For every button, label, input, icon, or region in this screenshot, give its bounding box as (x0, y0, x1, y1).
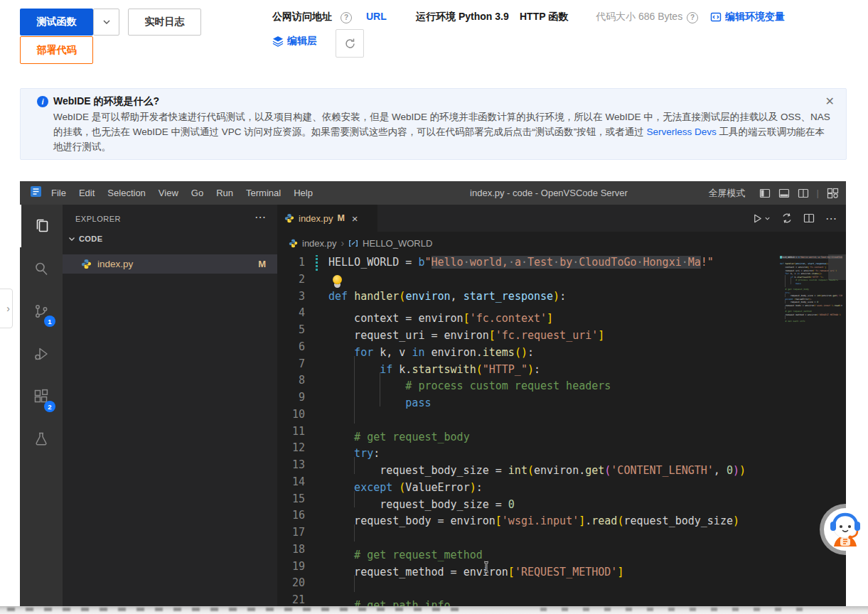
line-number: 5 (277, 322, 328, 339)
tab-indexpy[interactable]: index.py M × (277, 205, 377, 232)
serverless-devs-link[interactable]: Serverless Devs (647, 126, 717, 137)
files-icon (33, 217, 50, 235)
extensions-activity-button[interactable]: 2 (20, 375, 63, 418)
edit-env-vars-link[interactable]: 编辑环境变量 (725, 11, 785, 23)
workspace-section[interactable]: CODE (67, 234, 102, 244)
code-line[interactable]: 15request_body_size = 0 (277, 491, 846, 508)
code-line[interactable]: 3def handler(environ, start_response): (277, 289, 846, 306)
code-size-label: 代码大小 686 Bytes (596, 11, 682, 23)
code-line[interactable]: 20 (277, 575, 846, 592)
search-activity-button[interactable] (20, 247, 63, 290)
menu-file[interactable]: File (45, 181, 73, 205)
test-function-button[interactable]: 测试函数 (20, 9, 93, 36)
line-number: 7 (277, 356, 328, 373)
edit-env-vars-icon (710, 11, 722, 26)
public-url-help-icon[interactable]: ? (341, 12, 352, 23)
line-number: 1 (277, 254, 328, 271)
code-line[interactable]: 8# process custom request headers (277, 372, 846, 389)
code-line[interactable]: 16request_body = environ['wsgi.input'].r… (277, 507, 846, 524)
menu-go[interactable]: Go (185, 181, 210, 205)
explorer-more-actions[interactable]: ⋯ (254, 210, 266, 224)
public-url-label: 公网访问地址 (272, 11, 332, 23)
chevron-down-icon (764, 215, 771, 222)
breadcrumb-file[interactable]: index.py (302, 238, 336, 249)
breadcrumb-symbol[interactable]: HELLO_WORLD (363, 238, 432, 249)
editor-actions: ⋯ (752, 205, 837, 232)
run-debug-activity-button[interactable] (20, 333, 63, 375)
info-icon: i (37, 96, 48, 107)
run-python-button[interactable] (752, 213, 771, 224)
deploy-code-button[interactable]: 部署代码 (20, 36, 93, 64)
run-icon (752, 213, 763, 224)
clipped-bottom-strip (0, 606, 868, 614)
webide-info-banner: i WebIDE 的环境是什么? WebIDE 是可以帮助开发者快速进行代码测试… (20, 88, 847, 160)
fullscreen-mode-button[interactable]: 全屏模式 (709, 187, 746, 200)
code-line[interactable]: 2 (277, 271, 846, 289)
menu-selection[interactable]: Selection (101, 181, 151, 205)
titlebar-separator: | (817, 188, 819, 198)
source-control-activity-button[interactable]: 1 (20, 290, 63, 333)
menu-view[interactable]: View (152, 181, 185, 205)
line-number: 14 (277, 474, 328, 491)
code-editor[interactable]: 1HELLO_WORLD = b"Hello·world,·a·Test·by·… (277, 254, 846, 614)
editor-more-actions[interactable]: ⋯ (825, 212, 837, 225)
tab-bar: index.py M × ⋯ (277, 205, 846, 232)
webide-window: FileEditSelectionViewGoRunTerminalHelp i… (20, 181, 846, 614)
tab-close-icon[interactable]: × (352, 212, 358, 225)
support-mascot[interactable] (818, 502, 868, 556)
code-line[interactable]: 13request_body_size = int(environ.get('C… (277, 457, 846, 474)
url-link[interactable]: URL (366, 11, 387, 22)
menu-help[interactable]: Help (287, 181, 319, 205)
menu-edit[interactable]: Edit (73, 181, 101, 205)
activity-bar: 1 2 (20, 205, 63, 614)
banner-close-icon[interactable]: ✕ (825, 95, 835, 108)
runtime-label: 运行环境 Python 3.9 (416, 11, 509, 23)
lightbulb-icon[interactable] (333, 275, 342, 284)
code-line[interactable]: 9pass (277, 389, 846, 406)
customize-layout-icon[interactable] (827, 188, 839, 199)
file-item-indexpy[interactable]: index.py M (63, 254, 277, 274)
code-lines: 1HELLO_WORLD = b"Hello·world,·a·Test·by·… (277, 254, 846, 609)
file-name: index.py (97, 259, 133, 269)
menu-terminal[interactable]: Terminal (240, 181, 287, 205)
split-editor-icon[interactable] (803, 212, 815, 224)
line-number: 4 (277, 305, 328, 322)
explorer-activity-button[interactable] (20, 205, 63, 247)
testing-activity-button[interactable] (20, 418, 63, 460)
code-line[interactable]: 19request_method = environ['REQUEST_METH… (277, 559, 846, 576)
line-number: 16 (277, 507, 328, 524)
search-icon (33, 260, 50, 277)
code-line[interactable]: 4context = environ['fc.context'] (277, 305, 846, 322)
editor-scrollbar[interactable] (828, 254, 846, 280)
line-number: 12 (277, 440, 328, 457)
menu-run[interactable]: Run (210, 181, 240, 205)
toggle-panel-icon[interactable] (778, 188, 790, 199)
code-line[interactable]: 1HELLO_WORLD = b"Hello·world,·a·Test·by·… (277, 254, 846, 271)
code-line[interactable]: 12try: (277, 440, 846, 457)
code-line[interactable]: 18# get request_method (277, 542, 846, 559)
toggle-sidebar-icon[interactable] (759, 188, 771, 199)
banner-body: WebIDE 是可以帮助开发者快速进行代码测试，以及项目构建、依赖安装，但是 W… (53, 109, 832, 154)
drawer-expand-button[interactable]: › (0, 289, 13, 328)
line-number: 8 (277, 372, 328, 389)
python-file-icon (289, 239, 298, 248)
code-line[interactable]: 7if k.startswith("HTTP_"): (277, 356, 846, 373)
code-line[interactable]: 11# get request_body (277, 424, 846, 441)
realtime-logs-button[interactable]: 实时日志 (128, 9, 201, 36)
code-line[interactable]: 5request_uri = environ['fc.request_uri'] (277, 322, 846, 339)
edit-layer-link[interactable]: 编辑层 (287, 35, 317, 48)
open-changes-icon[interactable] (781, 212, 793, 224)
refresh-button[interactable] (336, 29, 364, 58)
mouse-text-cursor (481, 561, 492, 573)
test-function-dropdown-button[interactable] (93, 9, 119, 36)
extensions-badge: 2 (44, 401, 55, 412)
code-line[interactable]: 17 (277, 524, 846, 542)
workspace-label: CODE (79, 235, 102, 243)
beaker-icon (33, 431, 50, 448)
minimap[interactable]: HELLO_WORLD = b"Hello world, a Test by C… (780, 256, 842, 441)
code-line[interactable]: 6for k, v in environ.items(): (277, 339, 846, 356)
split-editor-icon[interactable] (798, 188, 809, 199)
code-line[interactable]: 10 (277, 406, 846, 424)
code-size-help-icon[interactable]: ? (687, 12, 698, 23)
code-line[interactable]: 14except (ValueError): (277, 474, 846, 491)
